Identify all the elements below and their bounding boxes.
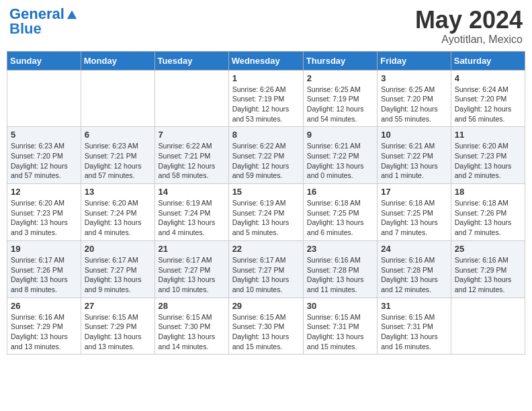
day-number: 24: [381, 244, 447, 254]
table-row: 31Sunrise: 6:15 AM Sunset: 7:31 PM Dayli…: [378, 298, 451, 355]
col-thursday: Thursday: [303, 51, 377, 70]
table-row: 1Sunrise: 6:26 AM Sunset: 7:19 PM Daylig…: [228, 70, 303, 127]
table-row: 7Sunrise: 6:22 AM Sunset: 7:21 PM Daylig…: [154, 127, 228, 184]
day-number: 25: [455, 244, 521, 254]
table-row: 13Sunrise: 6:20 AM Sunset: 7:24 PM Dayli…: [81, 184, 154, 241]
day-info: Sunrise: 6:26 AM Sunset: 7:19 PM Dayligh…: [232, 85, 300, 124]
table-row: 29Sunrise: 6:15 AM Sunset: 7:30 PM Dayli…: [228, 298, 303, 355]
logo-icon: [66, 8, 78, 20]
table-row: 14Sunrise: 6:19 AM Sunset: 7:24 PM Dayli…: [154, 184, 228, 241]
table-row: [7, 70, 81, 127]
day-info: Sunrise: 6:15 AM Sunset: 7:30 PM Dayligh…: [159, 312, 225, 352]
table-row: 22Sunrise: 6:17 AM Sunset: 7:27 PM Dayli…: [228, 240, 303, 298]
table-row: 11Sunrise: 6:20 AM Sunset: 7:23 PM Dayli…: [451, 127, 525, 184]
col-monday: Monday: [81, 51, 154, 70]
day-number: 14: [159, 187, 225, 197]
day-number: 19: [11, 244, 77, 254]
day-number: 10: [381, 130, 447, 140]
day-info: Sunrise: 6:17 AM Sunset: 7:27 PM Dayligh…: [232, 255, 300, 295]
table-row: 17Sunrise: 6:18 AM Sunset: 7:25 PM Dayli…: [378, 184, 451, 241]
calendar-header-row: Sunday Monday Tuesday Wednesday Thursday…: [7, 51, 525, 70]
table-row: 24Sunrise: 6:16 AM Sunset: 7:28 PM Dayli…: [378, 240, 451, 298]
day-info: Sunrise: 6:25 AM Sunset: 7:19 PM Dayligh…: [307, 85, 373, 124]
day-number: 2: [307, 73, 373, 83]
day-number: 29: [232, 301, 300, 311]
day-info: Sunrise: 6:22 AM Sunset: 7:21 PM Dayligh…: [159, 141, 225, 181]
day-number: 18: [455, 187, 521, 197]
day-info: Sunrise: 6:22 AM Sunset: 7:22 PM Dayligh…: [232, 141, 300, 181]
table-row: 8Sunrise: 6:22 AM Sunset: 7:22 PM Daylig…: [228, 127, 303, 184]
day-number: 3: [381, 73, 447, 83]
day-info: Sunrise: 6:18 AM Sunset: 7:25 PM Dayligh…: [381, 198, 447, 238]
day-number: 13: [85, 187, 151, 197]
day-number: 12: [11, 187, 77, 197]
day-info: Sunrise: 6:16 AM Sunset: 7:29 PM Dayligh…: [11, 312, 77, 352]
day-info: Sunrise: 6:18 AM Sunset: 7:26 PM Dayligh…: [455, 198, 521, 238]
calendar-week-row: 19Sunrise: 6:17 AM Sunset: 7:26 PM Dayli…: [7, 240, 525, 298]
day-info: Sunrise: 6:15 AM Sunset: 7:31 PM Dayligh…: [307, 312, 373, 352]
table-row: 10Sunrise: 6:21 AM Sunset: 7:22 PM Dayli…: [378, 127, 451, 184]
table-row: 30Sunrise: 6:15 AM Sunset: 7:31 PM Dayli…: [303, 298, 377, 355]
table-row: [81, 70, 154, 127]
day-number: 26: [11, 301, 77, 311]
title-block: May 2024 Ayotitlan, Mexico: [415, 7, 523, 46]
table-row: 20Sunrise: 6:17 AM Sunset: 7:27 PM Dayli…: [81, 240, 154, 298]
table-row: 15Sunrise: 6:19 AM Sunset: 7:24 PM Dayli…: [228, 184, 303, 241]
day-number: 21: [159, 244, 225, 254]
table-row: 6Sunrise: 6:23 AM Sunset: 7:21 PM Daylig…: [81, 127, 154, 184]
col-saturday: Saturday: [451, 51, 525, 70]
day-info: Sunrise: 6:20 AM Sunset: 7:23 PM Dayligh…: [455, 141, 521, 181]
day-number: 5: [11, 130, 77, 140]
table-row: 9Sunrise: 6:21 AM Sunset: 7:22 PM Daylig…: [303, 127, 377, 184]
col-friday: Friday: [378, 51, 451, 70]
day-info: Sunrise: 6:19 AM Sunset: 7:24 PM Dayligh…: [232, 198, 300, 238]
table-row: 27Sunrise: 6:15 AM Sunset: 7:29 PM Dayli…: [81, 298, 154, 355]
day-info: Sunrise: 6:21 AM Sunset: 7:22 PM Dayligh…: [307, 141, 373, 181]
table-row: 19Sunrise: 6:17 AM Sunset: 7:26 PM Dayli…: [7, 240, 81, 298]
table-row: 4Sunrise: 6:24 AM Sunset: 7:20 PM Daylig…: [451, 70, 525, 127]
day-info: Sunrise: 6:21 AM Sunset: 7:22 PM Dayligh…: [381, 141, 447, 181]
day-info: Sunrise: 6:17 AM Sunset: 7:27 PM Dayligh…: [159, 255, 225, 295]
logo-general: General: [9, 7, 64, 21]
table-row: 28Sunrise: 6:15 AM Sunset: 7:30 PM Dayli…: [154, 298, 228, 355]
table-row: 21Sunrise: 6:17 AM Sunset: 7:27 PM Dayli…: [154, 240, 228, 298]
table-row: 23Sunrise: 6:16 AM Sunset: 7:28 PM Dayli…: [303, 240, 377, 298]
calendar-week-row: 26Sunrise: 6:16 AM Sunset: 7:29 PM Dayli…: [7, 298, 525, 355]
day-info: Sunrise: 6:16 AM Sunset: 7:29 PM Dayligh…: [455, 255, 521, 295]
day-number: 28: [159, 301, 225, 311]
day-info: Sunrise: 6:20 AM Sunset: 7:23 PM Dayligh…: [11, 198, 77, 238]
day-info: Sunrise: 6:15 AM Sunset: 7:31 PM Dayligh…: [381, 312, 447, 352]
table-row: 25Sunrise: 6:16 AM Sunset: 7:29 PM Dayli…: [451, 240, 525, 298]
day-number: 1: [232, 73, 300, 83]
day-info: Sunrise: 6:20 AM Sunset: 7:24 PM Dayligh…: [85, 198, 151, 238]
table-row: [154, 70, 228, 127]
day-number: 6: [85, 130, 151, 140]
table-row: 26Sunrise: 6:16 AM Sunset: 7:29 PM Dayli…: [7, 298, 81, 355]
day-info: Sunrise: 6:23 AM Sunset: 7:20 PM Dayligh…: [11, 141, 77, 181]
day-number: 22: [232, 244, 300, 254]
table-row: 2Sunrise: 6:25 AM Sunset: 7:19 PM Daylig…: [303, 70, 377, 127]
col-wednesday: Wednesday: [228, 51, 303, 70]
day-number: 20: [85, 244, 151, 254]
page-header: General Blue May 2024 Ayotitlan, Mexico: [7, 7, 525, 46]
day-info: Sunrise: 6:16 AM Sunset: 7:28 PM Dayligh…: [307, 255, 373, 295]
logo: General Blue: [9, 7, 78, 36]
day-number: 15: [232, 187, 300, 197]
day-info: Sunrise: 6:15 AM Sunset: 7:29 PM Dayligh…: [85, 312, 151, 352]
day-info: Sunrise: 6:17 AM Sunset: 7:27 PM Dayligh…: [85, 255, 151, 295]
location-subtitle: Ayotitlan, Mexico: [415, 34, 523, 46]
day-number: 30: [307, 301, 373, 311]
day-number: 31: [381, 301, 447, 311]
day-info: Sunrise: 6:25 AM Sunset: 7:20 PM Dayligh…: [381, 85, 447, 124]
day-info: Sunrise: 6:17 AM Sunset: 7:26 PM Dayligh…: [11, 255, 77, 295]
day-info: Sunrise: 6:19 AM Sunset: 7:24 PM Dayligh…: [159, 198, 225, 238]
calendar-week-row: 1Sunrise: 6:26 AM Sunset: 7:19 PM Daylig…: [7, 70, 525, 127]
day-number: 4: [455, 73, 521, 83]
calendar-week-row: 12Sunrise: 6:20 AM Sunset: 7:23 PM Dayli…: [7, 184, 525, 241]
day-number: 9: [307, 130, 373, 140]
day-number: 8: [232, 130, 300, 140]
table-row: 18Sunrise: 6:18 AM Sunset: 7:26 PM Dayli…: [451, 184, 525, 241]
calendar-table: Sunday Monday Tuesday Wednesday Thursday…: [7, 51, 525, 355]
day-number: 17: [381, 187, 447, 197]
calendar-week-row: 5Sunrise: 6:23 AM Sunset: 7:20 PM Daylig…: [7, 127, 525, 184]
